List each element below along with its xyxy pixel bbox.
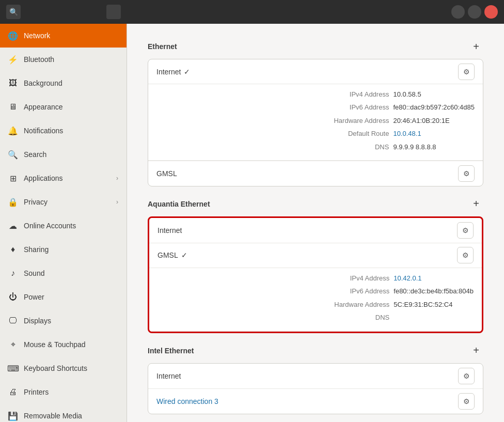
connection-name-label: Internet bbox=[156, 372, 458, 380]
connection-name: Wired connection 3 bbox=[156, 397, 218, 405]
sidebar-item-appearance[interactable]: 🖥Appearance bbox=[0, 95, 127, 119]
net-row: GMSL⚙ bbox=[148, 161, 483, 186]
displays-icon: 🖵 bbox=[8, 316, 18, 325]
sidebar-item-removable-media[interactable]: 💾Removable Media bbox=[0, 404, 127, 422]
notifications-icon: 🔔 bbox=[8, 126, 18, 135]
sidebar-item-background[interactable]: 🖼Background bbox=[0, 71, 127, 95]
connected-checkmark-icon: ✓ bbox=[184, 68, 190, 76]
sidebar-item-printers[interactable]: 🖨Printers bbox=[0, 380, 127, 404]
search-icon: 🔍 bbox=[9, 8, 18, 16]
sidebar-label-search: Search bbox=[24, 150, 118, 159]
detail-value: 20:46:A1:0B:20:1E bbox=[393, 115, 475, 127]
sidebar-label-online-accounts: Online Accounts bbox=[24, 222, 118, 230]
detail-label: Default Route bbox=[156, 128, 393, 139]
sidebar-item-displays[interactable]: 🖵Displays bbox=[0, 309, 127, 333]
net-row: GMSL ✓⚙ bbox=[149, 243, 482, 268]
sidebar-label-keyboard-shortcuts: Keyboard Shortcuts bbox=[24, 364, 118, 372]
sidebar-item-notifications[interactable]: 🔔Notifications bbox=[0, 119, 127, 143]
sidebar-label-network: Network bbox=[24, 32, 118, 40]
net-row: Internet⚙ bbox=[149, 218, 482, 243]
detail-label: IPv4 Address bbox=[156, 88, 393, 100]
sidebar-item-privacy[interactable]: 🔒Privacy› bbox=[0, 190, 127, 214]
connection-gmsl: GMSL ✓⚙IPv4 Address10.42.0.1IPv6 Address… bbox=[149, 243, 482, 332]
sidebar-item-search[interactable]: 🔍Search bbox=[0, 143, 127, 166]
detail-value: 10.42.0.1 bbox=[393, 272, 474, 284]
search-icon: 🔍 bbox=[8, 150, 18, 159]
connection-internet: Internet ✓⚙IPv4 Address10.0.58.5IPv6 Add… bbox=[148, 59, 483, 161]
gear-button[interactable]: ⚙ bbox=[458, 393, 475, 410]
mouse-touchpad-icon: ⌖ bbox=[8, 340, 18, 349]
titlebar-left: 🔍 bbox=[0, 5, 127, 19]
sidebar-item-network[interactable]: 🌐Network bbox=[0, 24, 127, 48]
background-icon: 🖼 bbox=[8, 79, 18, 88]
add-connection-button-aquantia-ethernet[interactable]: + bbox=[469, 197, 483, 211]
maximize-button[interactable] bbox=[468, 5, 481, 19]
section-header-aquantia-ethernet: Aquantia Ethernet+ bbox=[148, 197, 483, 211]
connection-wired-connection-3: Wired connection 3⚙ bbox=[148, 389, 483, 414]
connection-gmsl: GMSL⚙ bbox=[148, 161, 483, 186]
gear-button[interactable]: ⚙ bbox=[457, 222, 474, 239]
detail-value: 10.0.48.1 bbox=[393, 128, 475, 139]
gear-icon: ⚙ bbox=[462, 226, 469, 235]
detail-value: 5C:E9:31:BC:52:C4 bbox=[393, 299, 474, 310]
sidebar-label-background: Background bbox=[24, 79, 118, 87]
content-area: Ethernet+Internet ✓⚙IPv4 Address10.0.58.… bbox=[127, 24, 504, 422]
privacy-icon: 🔒 bbox=[8, 197, 18, 207]
printers-icon: 🖨 bbox=[8, 387, 18, 397]
gear-icon: ⚙ bbox=[463, 68, 470, 76]
connection-details: IPv4 Address10.42.0.1IPv6 Addressfe80::d… bbox=[149, 268, 482, 332]
sidebar-item-sharing[interactable]: ♦Sharing bbox=[0, 238, 127, 261]
section-box-aquantia-ethernet: Internet⚙GMSL ✓⚙IPv4 Address10.42.0.1IPv… bbox=[148, 216, 483, 333]
titlebar-search-button[interactable]: 🔍 bbox=[6, 5, 21, 19]
sidebar-item-bluetooth[interactable]: ⚡Bluetooth bbox=[0, 48, 127, 71]
connection-details: IPv4 Address10.0.58.5IPv6 Addressfe80::d… bbox=[148, 84, 483, 161]
menu-button[interactable] bbox=[106, 5, 121, 19]
sidebar-label-sound: Sound bbox=[24, 269, 118, 277]
titlebar-controls bbox=[451, 5, 504, 19]
detail-label: IPv6 Address bbox=[158, 285, 393, 297]
add-connection-button-intel-ethernet[interactable]: + bbox=[469, 343, 483, 358]
connection-name: Internet bbox=[156, 68, 181, 76]
section-title-ethernet: Ethernet bbox=[148, 42, 177, 51]
sidebar-item-mouse-touchpad[interactable]: ⌖Mouse & Touchpad bbox=[0, 333, 127, 356]
sidebar-label-sharing: Sharing bbox=[24, 245, 118, 254]
section-aquantia-ethernet: Aquantia Ethernet+Internet⚙GMSL ✓⚙IPv4 A… bbox=[148, 197, 483, 333]
sidebar-item-keyboard-shortcuts[interactable]: ⌨Keyboard Shortcuts bbox=[0, 356, 127, 380]
connection-name-label: GMSL bbox=[156, 169, 458, 178]
sidebar-item-online-accounts[interactable]: ☁Online Accounts bbox=[0, 214, 127, 238]
gear-button[interactable]: ⚙ bbox=[458, 368, 475, 384]
sidebar-item-power[interactable]: ⏻Power bbox=[0, 285, 127, 309]
sound-icon: ♪ bbox=[8, 269, 18, 278]
minimize-button[interactable] bbox=[451, 5, 465, 19]
chevron-right-icon: › bbox=[116, 198, 118, 206]
detail-value: fe80::dac9:b597:2c60:4d85 bbox=[393, 101, 475, 113]
detail-label: DNS bbox=[156, 141, 393, 153]
sidebar: 🌐Network⚡Bluetooth🖼Background🖥Appearance… bbox=[0, 24, 127, 422]
section-box-ethernet: Internet ✓⚙IPv4 Address10.0.58.5IPv6 Add… bbox=[148, 59, 483, 186]
connection-name-label: GMSL ✓ bbox=[158, 251, 457, 259]
connection-name: GMSL bbox=[156, 169, 177, 178]
sidebar-item-applications[interactable]: ⊞Applications› bbox=[0, 166, 127, 190]
titlebar: 🔍 bbox=[0, 0, 504, 24]
sidebar-label-mouse-touchpad: Mouse & Touchpad bbox=[24, 340, 118, 349]
net-row: Wired connection 3⚙ bbox=[148, 389, 483, 414]
sidebar-label-displays: Displays bbox=[24, 317, 118, 325]
detail-label: Hardware Address bbox=[156, 115, 393, 127]
gear-button[interactable]: ⚙ bbox=[458, 165, 475, 182]
connection-name-label: Internet ✓ bbox=[156, 68, 458, 76]
section-ethernet: Ethernet+Internet ✓⚙IPv4 Address10.0.58.… bbox=[148, 39, 483, 186]
power-icon: ⏻ bbox=[8, 292, 18, 302]
detail-value: 10.0.58.5 bbox=[393, 88, 475, 100]
section-intel-ethernet: Intel Ethernet+Internet⚙Wired connection… bbox=[148, 343, 483, 414]
network-icon: 🌐 bbox=[8, 31, 18, 40]
add-connection-button-ethernet[interactable]: + bbox=[469, 39, 483, 54]
sidebar-label-printers: Printers bbox=[24, 388, 118, 396]
sidebar-label-bluetooth: Bluetooth bbox=[24, 55, 118, 64]
gear-button[interactable]: ⚙ bbox=[458, 64, 475, 80]
detail-label: Hardware Address bbox=[158, 299, 393, 310]
sidebar-label-removable-media: Removable Media bbox=[24, 412, 118, 420]
sidebar-item-sound[interactable]: ♪Sound bbox=[0, 261, 127, 285]
gear-button[interactable]: ⚙ bbox=[457, 247, 474, 263]
close-button[interactable] bbox=[484, 5, 498, 19]
detail-label: IPv6 Address bbox=[156, 101, 393, 113]
